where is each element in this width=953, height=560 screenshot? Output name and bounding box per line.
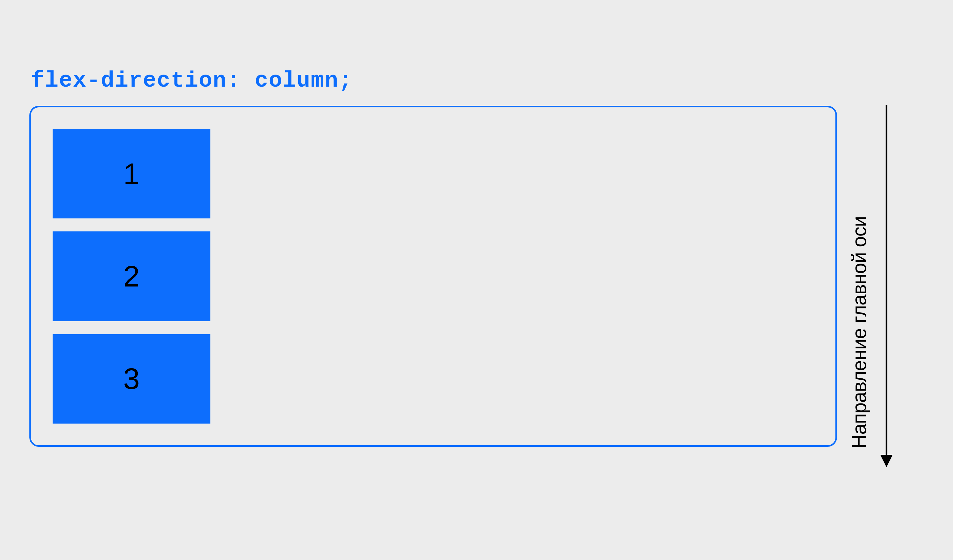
flex-item-3: 3 <box>53 334 210 423</box>
axis-label-wrapper: Направление главной оси <box>848 105 903 467</box>
arrow-line <box>886 105 888 458</box>
arrow-head <box>880 455 892 467</box>
axis-label: Направление главной оси <box>848 105 871 448</box>
arrow-down-icon <box>880 105 892 467</box>
code-title: flex-direction: column; <box>31 68 353 93</box>
flex-item-2: 2 <box>53 231 210 321</box>
flex-item-1: 1 <box>53 129 210 219</box>
flex-container: 1 2 3 <box>29 106 837 447</box>
